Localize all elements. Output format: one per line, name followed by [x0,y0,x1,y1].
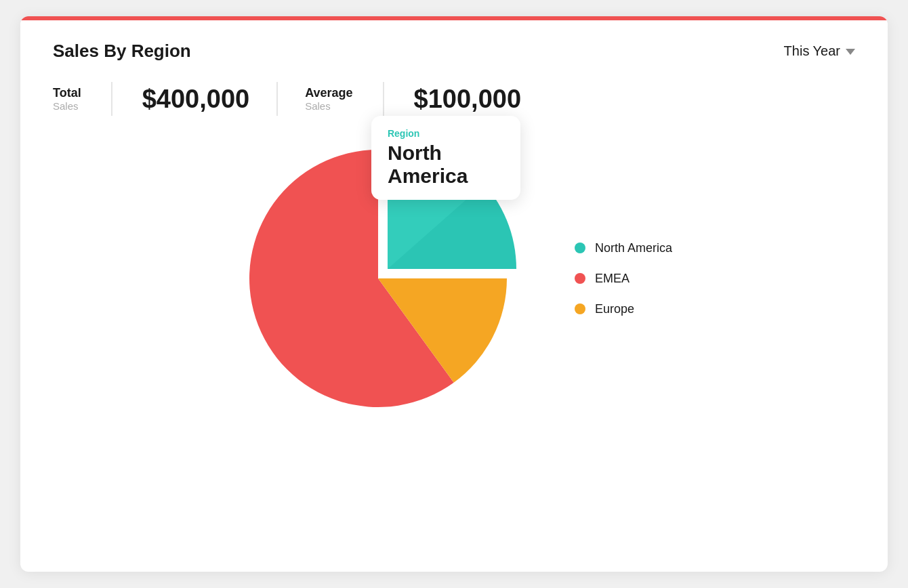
legend-item-europe: Europe [575,302,672,316]
chart-area: Region North America North America EMEA … [20,136,888,421]
legend-item-north-america: North America [575,241,672,255]
page-title: Sales By Region [53,41,191,62]
total-value: $400,000 [142,85,250,114]
total-labels: Total Sales [53,86,81,112]
legend-dot-europe [575,303,585,314]
average-divider [383,82,384,116]
total-divider [111,82,112,116]
total-stat: Total Sales $400,000 [53,82,249,116]
legend-label-north-america: North America [595,241,672,255]
stat-separator [276,82,278,116]
legend-label-emea: EMEA [595,272,630,286]
tooltip-region-label: Region [388,128,501,139]
legend-item-emea: EMEA [575,272,672,286]
legend: North America EMEA Europe [575,241,672,316]
total-sublabel: Sales [53,100,81,112]
card: Sales By Region This Year Total Sales $4… [20,16,888,572]
tooltip: Region North America [371,116,520,200]
legend-dot-north-america [575,243,585,253]
chevron-down-icon [846,49,855,55]
legend-dot-emea [575,273,585,284]
average-label: Average [305,86,352,100]
total-label: Total [53,86,81,100]
top-bar [20,16,888,20]
tooltip-region-value: North America [388,142,501,188]
average-value: $100,000 [414,85,522,114]
year-selector[interactable]: This Year [784,43,855,59]
average-sublabel: Sales [305,100,352,112]
legend-label-europe: Europe [595,302,634,316]
pie-chart: Region North America [236,136,520,421]
header: Sales By Region This Year [20,16,888,75]
average-stat: Average Sales $100,000 [305,82,521,116]
year-selector-label: This Year [784,43,840,59]
average-labels: Average Sales [305,86,352,112]
